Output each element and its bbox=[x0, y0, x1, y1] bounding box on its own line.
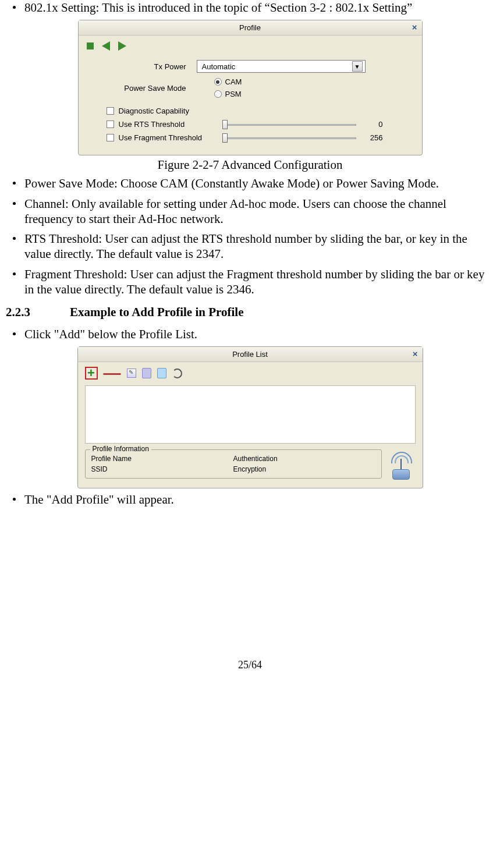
section-title: Example to Add Profile in Profile bbox=[70, 305, 243, 319]
remove-icon[interactable]: — bbox=[104, 370, 121, 376]
radio-cam-label: CAM bbox=[225, 77, 242, 86]
bullet-list-steps-2: The "Add Profile" will appear. bbox=[6, 492, 494, 507]
bullet-item: Fragment Threshold: User can adjust the … bbox=[16, 267, 494, 297]
ssid-label: SSID bbox=[91, 465, 233, 473]
bullet-item: Click "Add" below the Profile List. bbox=[16, 327, 494, 342]
radio-icon bbox=[214, 90, 222, 98]
figure-2-wrap: Profile List × + — Profile Information P… bbox=[6, 346, 494, 488]
close-icon[interactable]: × bbox=[412, 22, 417, 32]
profile-list-area[interactable] bbox=[85, 385, 416, 444]
checkbox-frag-label: Use Fragment Threshold bbox=[119, 133, 218, 142]
edit-icon[interactable] bbox=[127, 369, 136, 378]
chevron-down-icon[interactable]: ▼ bbox=[352, 61, 363, 72]
checkbox-icon bbox=[107, 107, 114, 115]
arrow-right-icon[interactable] bbox=[118, 41, 126, 51]
checkbox-diag-label: Diagnostic Capability bbox=[119, 107, 189, 115]
bullet-item: Channel: Only available for setting unde… bbox=[16, 196, 494, 227]
add-icon[interactable]: + bbox=[85, 367, 98, 380]
rts-value: 0 bbox=[362, 120, 383, 129]
encryption-label: Encryption bbox=[233, 465, 375, 473]
bullet-item: Power Save Mode: Choose CAM (Constantly … bbox=[16, 176, 494, 191]
tx-power-value: Automatic bbox=[202, 62, 236, 71]
checkbox-rts-label: Use RTS Threshold bbox=[119, 120, 218, 129]
radio-icon bbox=[214, 78, 222, 86]
page-number: 25/64 bbox=[6, 659, 494, 683]
bullet-item: RTS Threshold: User can adjust the RTS t… bbox=[16, 231, 494, 262]
authentication-label: Authentication bbox=[233, 455, 375, 463]
profile-info-legend: Profile Information bbox=[90, 445, 151, 453]
power-save-mode-label: Power Save Mode bbox=[89, 84, 197, 93]
dialog-nav-toolbar bbox=[79, 36, 422, 54]
profile-list-toolbar: + — bbox=[78, 362, 423, 383]
checkbox-diagnostic[interactable]: Diagnostic Capability bbox=[107, 107, 412, 115]
profile-information-group: Profile Information Profile Name SSID Au… bbox=[85, 449, 382, 479]
rts-slider[interactable] bbox=[222, 121, 356, 128]
tx-power-dropdown[interactable]: Automatic ▼ bbox=[197, 60, 366, 73]
export-icon[interactable] bbox=[157, 368, 166, 378]
antenna-icon bbox=[388, 452, 416, 480]
profile-name-label: Profile Name bbox=[91, 455, 233, 463]
dialog-title: Profile List bbox=[232, 350, 268, 359]
arrow-left-icon[interactable] bbox=[102, 41, 110, 51]
figure-1-caption: Figure 2-2-7 Advanced Configuration bbox=[6, 158, 494, 172]
figure-1-wrap: Profile × Tx Power Automatic ▼ Power Sav… bbox=[6, 20, 494, 172]
frag-value: 256 bbox=[362, 133, 383, 142]
import-icon[interactable] bbox=[142, 368, 151, 378]
dialog-title: Profile bbox=[239, 23, 261, 32]
checkbox-icon[interactable] bbox=[107, 134, 114, 141]
dialog-titlebar: Profile × bbox=[79, 20, 422, 36]
profile-dialog: Profile × Tx Power Automatic ▼ Power Sav… bbox=[78, 20, 423, 155]
section-number: 2.2.3 bbox=[6, 305, 70, 320]
bullet-list-mid: Power Save Mode: Choose CAM (Constantly … bbox=[6, 176, 494, 297]
section-heading: 2.2.3Example to Add Profile in Profile bbox=[6, 305, 494, 320]
bullet-list-top: 802.1x Setting: This is introduced in th… bbox=[6, 0, 494, 15]
frag-slider[interactable] bbox=[222, 134, 356, 141]
tx-power-label: Tx Power bbox=[89, 62, 197, 71]
bullet-item: 802.1x Setting: This is introduced in th… bbox=[16, 0, 494, 15]
radio-cam[interactable]: CAM bbox=[214, 77, 242, 86]
stop-icon[interactable] bbox=[87, 42, 94, 49]
bullet-list-steps-1: Click "Add" below the Profile List. bbox=[6, 327, 494, 342]
bullet-item: The "Add Profile" will appear. bbox=[16, 492, 494, 507]
radio-psm-label: PSM bbox=[225, 90, 242, 98]
radio-psm[interactable]: PSM bbox=[214, 90, 242, 98]
checkbox-icon[interactable] bbox=[107, 121, 114, 128]
dialog-titlebar: Profile List × bbox=[78, 347, 423, 362]
profile-list-dialog: Profile List × + — Profile Information P… bbox=[77, 346, 423, 488]
refresh-icon[interactable] bbox=[172, 369, 182, 378]
close-icon[interactable]: × bbox=[413, 349, 418, 359]
